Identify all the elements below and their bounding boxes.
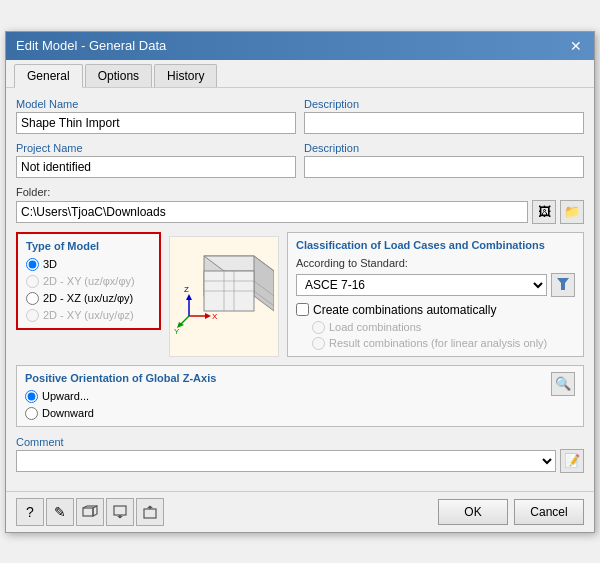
edit-model-dialog: Edit Model - General Data ✕ General Opti…: [5, 31, 595, 533]
dialog-title: Edit Model - General Data: [16, 38, 166, 53]
standard-select[interactable]: ASCE 7-16: [296, 274, 547, 296]
model-btn[interactable]: [76, 498, 104, 526]
comment-label: Comment: [16, 436, 64, 448]
classification-box: Classification of Load Cases and Combina…: [287, 232, 584, 357]
export-icon: [143, 505, 157, 519]
content-area: Model Name Description Project Name Desc…: [6, 88, 594, 491]
tab-bar: General Options History: [6, 60, 594, 88]
comment-input-row: 📝: [16, 449, 584, 473]
create-combinations-label: Create combinations automatically: [313, 303, 496, 317]
import-icon: [113, 505, 127, 519]
project-name-group: Project Name: [16, 142, 296, 178]
filter-icon: [557, 278, 569, 292]
filter-btn[interactable]: [551, 273, 575, 297]
comment-edit-btn[interactable]: 📝: [560, 449, 584, 473]
model-name-row: Model Name Description: [16, 98, 584, 134]
bottom-icon-bar: ? ✎: [16, 498, 164, 526]
3d-model-svg: Z X Y: [174, 251, 274, 341]
project-name-label: Project Name: [16, 142, 296, 154]
radio-downward[interactable]: Downward: [25, 407, 541, 420]
model-name-group: Model Name: [16, 98, 296, 134]
type-of-model-radios: 3D 2D - XY (uz/φx/φy) 2D - XZ (ux/uz/φy): [26, 258, 151, 322]
folder-label: Folder:: [16, 186, 584, 198]
orientation-radios: Upward... Downward: [25, 390, 541, 420]
orientation-view-btn[interactable]: 🔍: [551, 372, 575, 396]
tab-history[interactable]: History: [154, 64, 217, 87]
svg-rect-20: [83, 508, 93, 516]
radio-2d-xy[interactable]: 2D - XY (uz/φx/φy): [26, 275, 151, 288]
edit-btn[interactable]: ✎: [46, 498, 74, 526]
comment-select[interactable]: [16, 450, 556, 472]
svg-text:Z: Z: [184, 285, 189, 294]
radio-2d-xy2[interactable]: 2D - XY (ux/uy/φz): [26, 309, 151, 322]
model-name-input[interactable]: [16, 112, 296, 134]
classification-title: Classification of Load Cases and Combina…: [296, 239, 575, 251]
model-icon: [82, 504, 98, 520]
folder-browse-btn2[interactable]: 📁: [560, 200, 584, 224]
svg-marker-26: [117, 516, 123, 519]
tab-options[interactable]: Options: [85, 64, 152, 87]
standard-label: According to Standard:: [296, 257, 575, 269]
combination-type-radios: Load combinations Result combinations (f…: [296, 321, 575, 350]
comment-section: Comment 📝: [16, 435, 584, 473]
description2-input[interactable]: [304, 156, 584, 178]
orientation-content: Positive Orientation of Global Z-Axis Up…: [25, 372, 541, 420]
tab-general[interactable]: General: [14, 64, 83, 88]
create-combinations-row[interactable]: Create combinations automatically: [296, 303, 575, 317]
description2-group: Description: [304, 142, 584, 178]
folder-browse-btn1[interactable]: 🖼: [532, 200, 556, 224]
radio-load-combinations[interactable]: Load combinations: [312, 321, 575, 334]
orientation-title: Positive Orientation of Global Z-Axis: [25, 372, 541, 384]
radio-3d[interactable]: 3D: [26, 258, 151, 271]
help-btn[interactable]: ?: [16, 498, 44, 526]
close-icon[interactable]: ✕: [568, 38, 584, 54]
svg-marker-14: [205, 313, 211, 319]
radio-2d-xz[interactable]: 2D - XZ (ux/uz/φy): [26, 292, 151, 305]
svg-marker-29: [147, 505, 153, 508]
export-btn[interactable]: [136, 498, 164, 526]
orientation-box: Positive Orientation of Global Z-Axis Up…: [16, 365, 584, 427]
model-visual: Z X Y: [169, 236, 279, 357]
ok-button[interactable]: OK: [438, 499, 508, 525]
type-of-model-title: Type of Model: [26, 240, 151, 252]
svg-marker-21: [93, 506, 97, 516]
project-name-row: Project Name Description: [16, 142, 584, 178]
radio-result-combinations[interactable]: Result combinations (for linear analysis…: [312, 337, 575, 350]
main-section: Type of Model 3D 2D - XY (uz/φx/φy): [16, 232, 584, 357]
import-btn[interactable]: [106, 498, 134, 526]
folder-row: Folder: 🖼 📁: [16, 186, 584, 224]
svg-text:X: X: [212, 312, 218, 321]
dialog-buttons: OK Cancel: [438, 499, 584, 525]
description1-input[interactable]: [304, 112, 584, 134]
standard-combo-row: ASCE 7-16: [296, 273, 575, 297]
type-of-model-box: Type of Model 3D 2D - XY (uz/φx/φy): [16, 232, 161, 330]
svg-rect-27: [144, 509, 156, 518]
bottom-toolbar: ? ✎: [6, 491, 594, 532]
create-combinations-check[interactable]: [296, 303, 309, 316]
orientation-icon-area: 🔍: [551, 372, 575, 396]
svg-text:Y: Y: [174, 327, 180, 336]
radio-upward[interactable]: Upward...: [25, 390, 541, 403]
svg-marker-11: [186, 294, 192, 300]
folder-input[interactable]: [16, 201, 528, 223]
description1-group: Description: [304, 98, 584, 134]
title-bar: Edit Model - General Data ✕: [6, 32, 594, 60]
cancel-button[interactable]: Cancel: [514, 499, 584, 525]
description1-label: Description: [304, 98, 584, 110]
folder-input-row: 🖼 📁: [16, 200, 584, 224]
description2-label: Description: [304, 142, 584, 154]
model-name-label: Model Name: [16, 98, 296, 110]
project-name-input[interactable]: [16, 156, 296, 178]
svg-rect-24: [114, 506, 126, 515]
svg-marker-19: [557, 278, 569, 290]
